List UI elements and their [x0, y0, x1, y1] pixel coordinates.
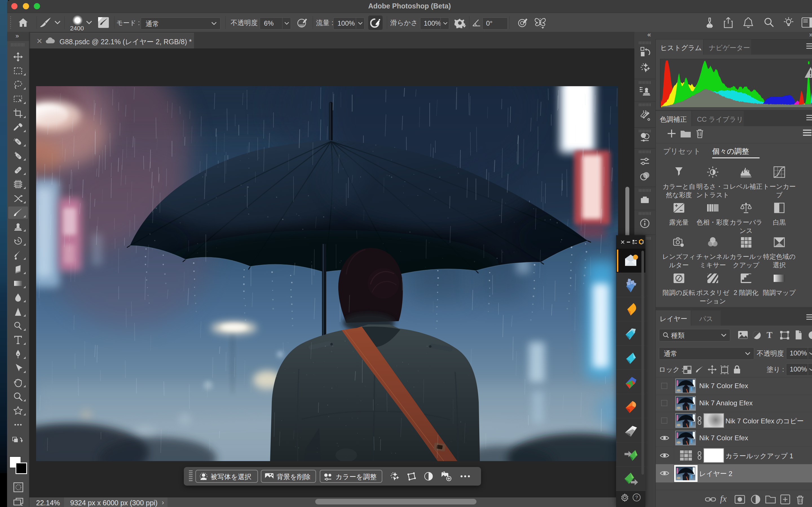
- svg-text:?: ?: [635, 495, 638, 500]
